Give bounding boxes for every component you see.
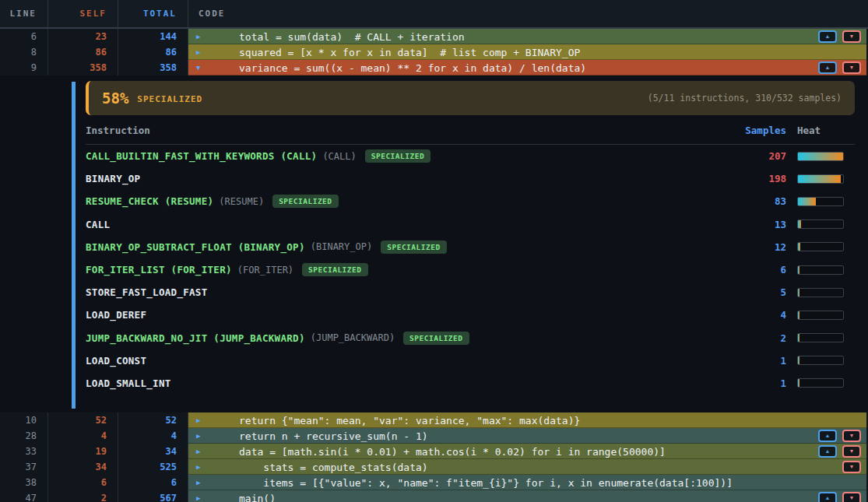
total-samples: 34 — [118, 444, 188, 459]
heat-bar-fill — [798, 153, 843, 160]
jump-down-button[interactable]: ▼ — [842, 430, 861, 442]
code-heat-band[interactable]: ▶squared = [x * x for x in data] # list … — [188, 44, 866, 60]
heat-bar — [797, 311, 855, 320]
heat-bar-fill — [798, 356, 799, 364]
expand-collapsed-icon[interactable]: ▶ — [196, 463, 239, 471]
code-row-line-10: 10 52 52 ▶return {"mean": mean, "var": v… — [0, 412, 868, 428]
specialized-label: SPECIALIZED — [137, 94, 202, 104]
heat-bar — [797, 288, 855, 297]
col-header-line: LINE — [0, 0, 48, 27]
expand-collapsed-icon[interactable]: ▶ — [196, 432, 239, 440]
self-samples: 52 — [48, 412, 118, 428]
instruction-name: CALL — [86, 219, 110, 230]
code-row-line-33: 33 19 34 ▶data = [math.sin(i * 0.01) + m… — [0, 444, 868, 459]
source-code: main() — [239, 493, 276, 502]
sample-count: 198 — [732, 173, 786, 184]
code-heat-band[interactable]: ▶ items = [{"value": x, "name": f"item_{… — [188, 475, 866, 490]
sample-count: 6 — [732, 264, 786, 276]
self-samples: 6 — [48, 475, 118, 490]
instruction-row: CALL_BUILTIN_FAST_WITH_KEYWORDS (CALL) (… — [86, 145, 855, 167]
line-number: 37 — [0, 459, 48, 475]
instruction-base-op: (RESUME) — [219, 196, 264, 207]
col-header-heat[interactable]: Heat — [797, 125, 855, 136]
code-heat-band[interactable]: ▶return {"mean": mean, "var": variance, … — [188, 412, 866, 428]
heat-bar-fill — [798, 198, 816, 205]
instruction-row: RESUME_CHECK (RESUME) (RESUME) SPECIALIZ… — [86, 190, 855, 212]
heat-bar-fill — [798, 243, 800, 251]
heat-bar — [797, 242, 855, 251]
line-number: 6 — [0, 29, 48, 44]
self-samples: 34 — [48, 459, 118, 475]
jump-down-button[interactable]: ▼ — [842, 61, 861, 74]
jump-up-button[interactable]: ▲ — [818, 492, 837, 502]
sample-count: 2 — [732, 332, 786, 344]
jump-up-button[interactable]: ▲ — [818, 445, 837, 458]
col-header-samples[interactable]: Samples — [732, 125, 786, 136]
instruction-row: BINARY_OP 198 — [86, 167, 855, 190]
instruction-name: BINARY_OP — [86, 173, 140, 184]
specialization-meta: (5/11 instructions, 310/532 samples) — [648, 93, 842, 104]
jump-up-button[interactable]: ▲ — [818, 61, 837, 74]
col-header-total[interactable]: TOTAL — [118, 0, 188, 27]
code-rows-bottom: 10 52 52 ▶return {"mean": mean, "var": v… — [0, 412, 868, 502]
heat-bar — [797, 378, 855, 388]
jump-down-button[interactable]: ▼ — [842, 445, 861, 458]
instruction-table: Instruction Samples Heat CALL_BUILTIN_FA… — [86, 117, 855, 395]
instruction-name: FOR_ITER_LIST (FOR_ITER) — [86, 264, 232, 276]
total-samples: 86 — [118, 44, 188, 60]
code-heat-band[interactable]: ▶main() ▲ ▼ — [188, 490, 866, 502]
code-heat-band[interactable]: ▶return n + recursive_sum(n - 1) ▲ ▼ — [188, 428, 866, 444]
jump-down-button[interactable]: ▼ — [842, 492, 861, 502]
specialized-badge: SPECIALIZED — [381, 240, 446, 254]
jump-down-button[interactable]: ▼ — [842, 30, 861, 43]
instruction-row: LOAD_SMALL_INT 1 — [86, 372, 855, 395]
instruction-row: LOAD_CONST 1 — [86, 349, 855, 372]
total-samples: 52 — [118, 412, 188, 428]
total-samples: 567 — [118, 490, 188, 502]
code-heat-band[interactable]: ▶data = [math.sin(i * 0.01) + math.cos(i… — [188, 444, 866, 459]
total-samples: 358 — [118, 60, 188, 75]
jump-down-button[interactable]: ▼ — [842, 461, 861, 473]
sample-count: 4 — [732, 309, 786, 321]
jump-up-button[interactable]: ▲ — [818, 30, 837, 43]
heat-bar — [797, 265, 855, 275]
expand-expanded-icon[interactable]: ▼ — [196, 64, 239, 72]
total-samples: 4 — [118, 428, 188, 444]
code-row-line-28: 28 4 4 ▶return n + recursive_sum(n - 1) … — [0, 428, 868, 444]
expand-collapsed-icon[interactable]: ▶ — [196, 33, 239, 40]
jump-up-button[interactable]: ▲ — [818, 430, 837, 442]
heat-bar — [797, 197, 855, 206]
instruction-base-op: (JUMP_BACKWARD) — [311, 332, 395, 343]
heat-bar — [797, 152, 855, 161]
expand-collapsed-icon[interactable]: ▶ — [196, 479, 239, 486]
heat-bar — [797, 174, 855, 184]
code-heat-band[interactable]: ▼variance = sum((x - mean) ** 2 for x in… — [188, 60, 866, 75]
specialized-badge: SPECIALIZED — [302, 263, 367, 276]
heat-bar-fill — [798, 175, 841, 183]
expand-collapsed-icon[interactable]: ▶ — [196, 416, 239, 424]
code-heat-band[interactable]: ▶ stats = compute_stats(data) ▼ — [188, 459, 866, 475]
heat-bar-fill — [798, 311, 799, 319]
heat-bar-fill — [798, 379, 799, 387]
instruction-name: CALL_BUILTIN_FAST_WITH_KEYWORDS (CALL) — [86, 150, 317, 162]
instruction-row: LOAD_DEREF 4 — [86, 304, 855, 326]
expand-collapsed-icon[interactable]: ▶ — [196, 448, 239, 455]
instruction-base-op: (BINARY_OP) — [311, 241, 372, 252]
sample-count: 1 — [732, 355, 786, 367]
expand-collapsed-icon[interactable]: ▶ — [196, 48, 239, 56]
line-number: 38 — [0, 475, 48, 490]
col-header-self[interactable]: SELF — [48, 0, 118, 27]
specialized-badge: SPECIALIZED — [272, 195, 338, 208]
sample-count: 1 — [732, 377, 786, 389]
heat-bar — [797, 219, 855, 229]
instruction-name: BINARY_OP_SUBTRACT_FLOAT (BINARY_OP) — [86, 241, 305, 253]
self-samples: 4 — [48, 428, 118, 444]
code-heat-band[interactable]: ▶total = sum(data) # CALL + iteration ▲ … — [188, 29, 866, 44]
table-header: LINE SELF TOTAL CODE — [0, 0, 868, 29]
code-row-line-37: 37 34 525 ▶ stats = compute_stats(data) … — [0, 459, 868, 475]
instruction-row: STORE_FAST_LOAD_FAST 5 — [86, 281, 855, 304]
expand-collapsed-icon[interactable]: ▶ — [196, 494, 239, 502]
line-number: 33 — [0, 444, 48, 459]
col-header-instruction[interactable]: Instruction — [86, 125, 732, 136]
line-number: 9 — [0, 60, 48, 75]
